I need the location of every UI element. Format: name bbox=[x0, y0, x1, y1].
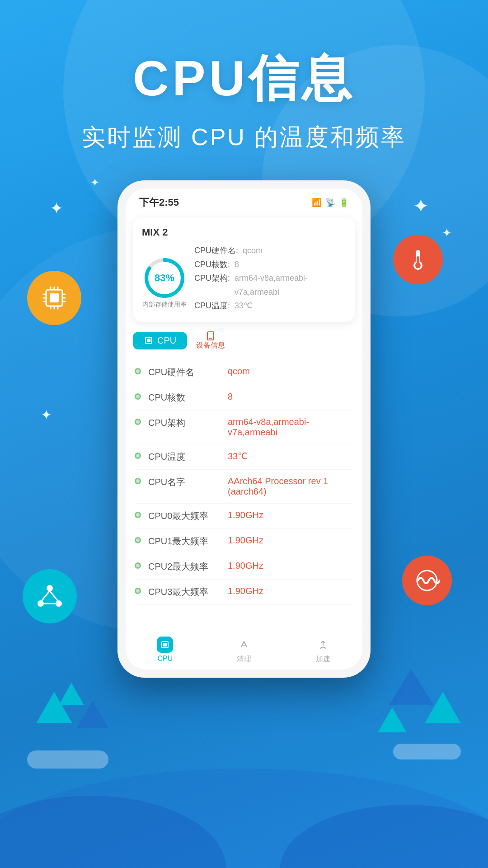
list-value-7: 1.90GHz bbox=[228, 561, 353, 571]
list-key-8: CPU3最大频率 bbox=[148, 586, 221, 598]
network-icon-circle bbox=[23, 569, 77, 623]
list-dot-0 bbox=[135, 368, 141, 374]
signal-icon: 📶 bbox=[312, 198, 322, 208]
sub-title: 实时监测 CPU 的温度和频率 bbox=[0, 122, 488, 153]
svg-point-17 bbox=[415, 263, 421, 268]
header: CPU信息 实时监测 CPU 的温度和频率 bbox=[0, 0, 488, 153]
bottom-tab-clean-icon bbox=[236, 637, 252, 653]
bottom-tab-cpu-icon bbox=[157, 637, 173, 653]
progress-value: 83% bbox=[155, 272, 174, 284]
main-title: CPU信息 bbox=[0, 45, 488, 113]
status-time: 下午2:55 bbox=[139, 196, 179, 209]
list-value-2: arm64-v8a,armeabi-v7a,armeabi bbox=[228, 417, 353, 438]
bottom-tab-boost-label: 加速 bbox=[316, 655, 330, 664]
svg-point-18 bbox=[47, 585, 53, 591]
progress-label: 内部存储使用率 bbox=[142, 301, 187, 309]
svg-rect-28 bbox=[147, 339, 150, 342]
phone-area: 下午2:55 📶 📡 🔋 MIX 2 bbox=[0, 180, 488, 714]
bottom-tab-cpu-label: CPU bbox=[157, 655, 173, 663]
phone-mockup: 下午2:55 📶 📡 🔋 MIX 2 bbox=[117, 180, 371, 678]
cpu-info-mini: CPU硬件名: qcom CPU核数: 8 CPU架构: arm64-v8a,a… bbox=[194, 244, 346, 313]
cpu-info-list: CPU硬件名 qcom CPU核数 8 CPU架构 arm64-v8a,arme… bbox=[126, 355, 362, 631]
list-key-6: CPU1最大频率 bbox=[148, 535, 221, 547]
list-row-5: CPU0最大频率 1.90GHz bbox=[135, 504, 353, 529]
bottom-tab-clean-label: 清理 bbox=[237, 655, 251, 664]
list-row-7: CPU2最大频率 1.90GHz bbox=[135, 554, 353, 580]
list-key-7: CPU2最大频率 bbox=[148, 561, 221, 573]
list-dot-6 bbox=[135, 537, 141, 543]
list-dot-2 bbox=[135, 419, 141, 425]
bottom-tab-cpu[interactable]: CPU bbox=[126, 634, 205, 667]
phone-inner: 下午2:55 📶 📡 🔋 MIX 2 bbox=[126, 189, 362, 670]
bottom-tab-bar: CPU 清理 bbox=[126, 631, 362, 670]
list-row-6: CPU1最大频率 1.90GHz bbox=[135, 529, 353, 554]
mini-row-0: CPU硬件名: qcom bbox=[194, 244, 346, 258]
list-value-0: qcom bbox=[228, 366, 353, 377]
list-value-3: 33℃ bbox=[228, 451, 353, 462]
list-value-1: 8 bbox=[228, 392, 353, 402]
list-value-5: 1.90GHz bbox=[228, 510, 353, 520]
bottom-tab-boost-icon bbox=[315, 637, 331, 653]
wave-icon-circle bbox=[402, 556, 452, 605]
list-key-0: CPU硬件名 bbox=[148, 366, 221, 378]
cpu-tab[interactable]: CPU bbox=[133, 332, 187, 349]
list-dot-1 bbox=[135, 393, 141, 400]
list-dot-3 bbox=[135, 453, 141, 459]
cloud-1 bbox=[27, 750, 108, 769]
list-key-2: CPU架构 bbox=[148, 417, 221, 429]
tabs-row: CPU 设备信息 bbox=[126, 326, 362, 355]
battery-icon: 🔋 bbox=[339, 198, 349, 208]
list-value-8: 1.90GHz bbox=[228, 586, 353, 596]
list-dot-7 bbox=[135, 562, 141, 569]
list-key-3: CPU温度 bbox=[148, 451, 221, 463]
list-dot-4 bbox=[135, 478, 141, 484]
cloud-2 bbox=[393, 744, 461, 760]
mini-row-1: CPU核数: 8 bbox=[194, 258, 346, 272]
list-key-5: CPU0最大频率 bbox=[148, 510, 221, 522]
mini-row-3: CPU温度: 33℃ bbox=[194, 299, 346, 313]
svg-line-21 bbox=[42, 591, 50, 601]
mini-row-2: CPU架构: arm64-v8a,armeabi-v7a,armeabi bbox=[194, 271, 346, 299]
bottom-tab-clean[interactable]: 清理 bbox=[205, 634, 284, 667]
list-dot-8 bbox=[135, 588, 141, 594]
list-row-0: CPU硬件名 qcom bbox=[135, 360, 353, 385]
svg-point-20 bbox=[56, 600, 62, 607]
list-dot-5 bbox=[135, 512, 141, 518]
storage-progress: 83% 内部存储使用率 bbox=[142, 255, 187, 301]
cpu-tab-label: CPU bbox=[157, 335, 176, 346]
svg-line-22 bbox=[50, 591, 58, 601]
list-row-1: CPU核数 8 bbox=[135, 385, 353, 410]
device-title: MIX 2 bbox=[142, 226, 346, 238]
svg-rect-29 bbox=[207, 332, 214, 340]
status-icons: 📶 📡 🔋 bbox=[312, 198, 349, 208]
temp-icon-circle bbox=[393, 235, 443, 284]
list-row-8: CPU3最大频率 1.90GHz bbox=[135, 580, 353, 605]
wifi-icon: 📡 bbox=[325, 198, 335, 208]
device-tab[interactable]: 设备信息 bbox=[196, 331, 225, 350]
terrain-svg bbox=[0, 687, 488, 868]
top-card: MIX 2 83% 内部存储使用率 bbox=[133, 217, 355, 322]
list-value-4: AArch64 Processor rev 1 (aarch64) bbox=[228, 476, 353, 497]
bottom-tab-boost[interactable]: 加速 bbox=[283, 634, 362, 667]
list-key-1: CPU核数 bbox=[148, 392, 221, 404]
svg-rect-1 bbox=[50, 293, 59, 302]
list-row-4: CPU名字 AArch64 Processor rev 1 (aarch64) bbox=[135, 470, 353, 504]
list-row-3: CPU温度 33℃ bbox=[135, 444, 353, 470]
status-bar: 下午2:55 📶 📡 🔋 bbox=[126, 189, 362, 213]
list-value-6: 1.90GHz bbox=[228, 535, 353, 546]
list-row-2: CPU架构 arm64-v8a,armeabi-v7a,armeabi bbox=[135, 410, 353, 444]
device-tab-label: 设备信息 bbox=[196, 341, 225, 350]
list-key-4: CPU名字 bbox=[148, 476, 221, 488]
cpu-icon-circle bbox=[27, 271, 81, 325]
svg-rect-32 bbox=[163, 643, 167, 646]
svg-point-19 bbox=[38, 600, 44, 607]
